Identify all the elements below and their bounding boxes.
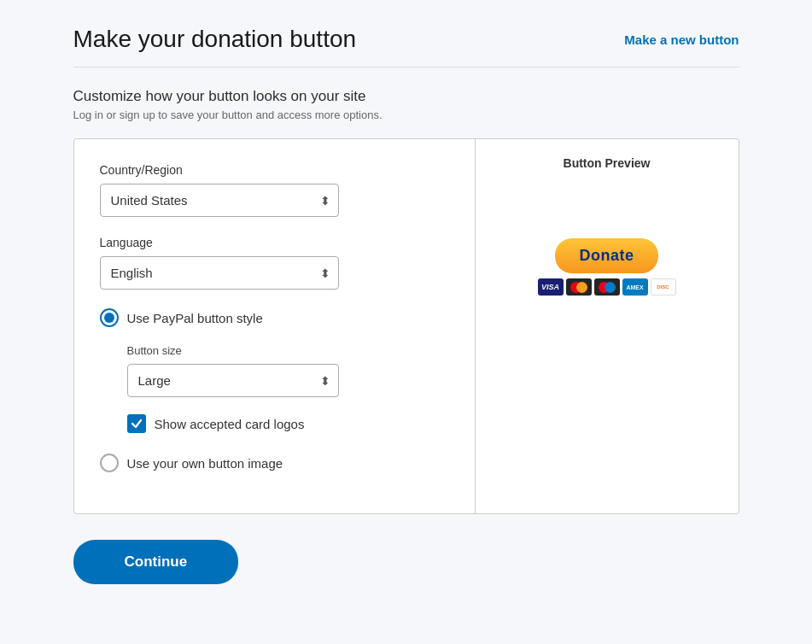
main-panel: Country/Region United States United King… — [73, 138, 739, 514]
maestro-inner — [599, 282, 616, 293]
right-panel: Button Preview Donate VISA — [476, 139, 739, 513]
language-label: Language — [100, 236, 449, 249]
subtitle-block: Customize how your button looks on your … — [73, 88, 739, 121]
maestro-right-circle — [605, 282, 616, 293]
country-select[interactable]: United States United Kingdom Canada Aust… — [100, 184, 339, 217]
mc-right-circle — [576, 282, 587, 293]
checkbox-card-logos-row[interactable]: Show accepted card logos — [127, 414, 449, 433]
checkmark-icon — [131, 418, 143, 430]
mastercard-inner — [570, 282, 587, 293]
language-field-group: Language English French Spanish German ⬍ — [100, 236, 449, 290]
button-size-group: Button size Small Medium Large ⬍ — [127, 344, 449, 397]
left-panel: Country/Region United States United King… — [74, 139, 476, 513]
country-select-wrapper: United States United Kingdom Canada Aust… — [100, 184, 339, 217]
page-title: Make your donation button — [73, 26, 357, 53]
mastercard-logo — [566, 278, 592, 296]
button-size-select-wrapper: Small Medium Large ⬍ — [127, 364, 339, 397]
country-label: Country/Region — [100, 163, 449, 177]
radio-own-image-row[interactable]: Use your own button image — [100, 454, 449, 472]
radio-own-image-label: Use your own button image — [127, 456, 283, 471]
language-select-wrapper: English French Spanish German ⬍ — [100, 256, 339, 290]
donate-button-preview: Donate VISA AME — [538, 238, 676, 296]
page-container: Make your donation button Make a new but… — [39, 0, 774, 610]
subtitle-main: Customize how your button looks on your … — [73, 88, 739, 105]
paypal-donate-button[interactable]: Donate — [555, 238, 657, 273]
continue-button[interactable]: Continue — [73, 540, 239, 584]
radio-paypal-style-label: Use PayPal button style — [127, 311, 263, 325]
checkbox-card-logos-label: Show accepted card logos — [155, 417, 305, 431]
radio-paypal-style-indicator[interactable] — [100, 308, 119, 327]
page-header: Make your donation button Make a new but… — [73, 26, 739, 67]
discover-logo: DISC — [651, 278, 676, 296]
radio-paypal-style-row[interactable]: Use PayPal button style — [100, 308, 449, 327]
subtitle-sub: Log in or sign up to save your button an… — [73, 108, 739, 121]
checkbox-card-logos-indicator[interactable] — [127, 414, 146, 433]
button-size-select[interactable]: Small Medium Large — [127, 364, 339, 397]
visa-card-logo: VISA — [538, 278, 564, 296]
preview-title: Button Preview — [564, 156, 651, 170]
language-select[interactable]: English French Spanish German — [100, 256, 339, 290]
card-logos-row: VISA AMEX DISC — [538, 278, 676, 296]
button-size-label: Button size — [127, 344, 449, 357]
make-new-button-link[interactable]: Make a new button — [624, 32, 739, 47]
amex-logo: AMEX — [622, 278, 648, 296]
maestro-logo — [594, 278, 620, 296]
country-field-group: Country/Region United States United King… — [100, 163, 449, 217]
radio-own-image-indicator[interactable] — [100, 454, 119, 472]
